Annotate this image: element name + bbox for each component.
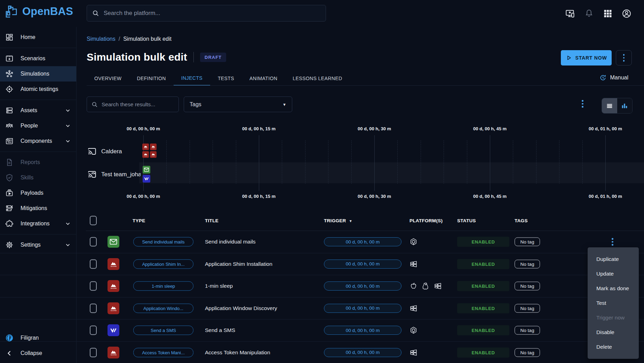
notifications-icon[interactable] — [584, 9, 594, 18]
inject-type-chip[interactable]: Application Shim In... — [133, 259, 193, 269]
timeline-minor-gridline — [582, 140, 583, 184]
menu-item-test[interactable]: Test — [588, 296, 639, 310]
row-checkbox[interactable] — [90, 281, 97, 291]
tag-chip[interactable]: No tag — [515, 282, 540, 291]
breadcrumb-current: Simulation bulk edit — [123, 36, 172, 42]
inject-table: Send individual mails Send individual ma… — [0, 231, 644, 363]
timeline-caldera-markers: CALDERA CALDERA CALDERA CALDERA — [142, 144, 157, 158]
inject-type-chip[interactable]: Access Token Mani... — [133, 348, 193, 357]
table-row[interactable]: Send a SMS Send a SMS 00 d, 00 h, 00 m E… — [0, 319, 644, 342]
inject-type-chip[interactable]: Send individual mails — [133, 237, 193, 247]
menu-item-update[interactable]: Update — [588, 267, 639, 281]
menu-item-disable[interactable]: Disable — [588, 325, 639, 340]
platform-search-input[interactable] — [104, 10, 321, 17]
tag-chip[interactable]: No tag — [515, 326, 540, 335]
chart-view-button[interactable] — [617, 98, 633, 113]
table-row[interactable]: CALDERA Application Shim In... Applicati… — [0, 253, 644, 276]
results-search-input[interactable] — [102, 101, 174, 108]
inject-title: Access Token Manipulation — [205, 349, 270, 356]
caldera-icon[interactable]: CALDERA — [150, 151, 157, 158]
timeline-row-stripe — [139, 162, 644, 183]
tag-chip[interactable]: No tag — [515, 260, 540, 268]
svg-text:CALDERA: CALDERA — [110, 265, 117, 267]
column-trigger[interactable]: TRIGGER ▼ — [324, 218, 352, 223]
tab-injects[interactable]: INJECTS — [174, 71, 210, 86]
sidebar-item-atomic-testings[interactable]: Atomic testings — [0, 82, 76, 97]
sidebar-item-assets[interactable]: Assets — [0, 103, 76, 118]
caldera-icon: CALDERA — [108, 347, 119, 358]
row-checkbox[interactable] — [90, 259, 97, 269]
list-view-button[interactable] — [602, 98, 617, 113]
caldera-icon[interactable]: CALDERA — [142, 151, 149, 158]
tag-chip[interactable]: No tag — [515, 348, 540, 357]
inject-type-chip[interactable]: Application Windo... — [133, 303, 193, 313]
tab-overview[interactable]: OVERVIEW — [87, 71, 129, 86]
start-now-button[interactable]: START NOW — [561, 50, 612, 65]
menu-item-delete[interactable]: Delete — [588, 340, 639, 354]
sidebar-item-people[interactable]: People — [0, 118, 76, 133]
inject-type-chip[interactable]: Send a SMS — [133, 326, 193, 335]
inject-type-chip[interactable]: 1-min sleep — [133, 281, 193, 291]
platforms-cell — [410, 260, 418, 268]
trigger-chip[interactable]: 00 d, 00 h, 00 m — [324, 281, 401, 291]
timeline-minor-gridline — [513, 140, 513, 184]
tag-chip[interactable]: No tag — [515, 304, 540, 312]
windows-icon — [410, 304, 418, 312]
inject-title: 1-min sleep — [205, 283, 233, 289]
tab-lessons-learned[interactable]: LESSONS LEARNED — [285, 71, 350, 86]
caldera-icon[interactable]: CALDERA — [142, 144, 149, 150]
sidebar-item-simulations[interactable]: Simulations — [0, 66, 76, 82]
chevron-down-icon[interactable] — [64, 107, 71, 114]
update-clock-icon — [599, 74, 607, 82]
status-badge: ENABLED — [457, 259, 509, 269]
table-row[interactable]: CALDERA Application Windo... Application… — [0, 298, 644, 320]
row-checkbox[interactable] — [90, 237, 97, 247]
email-icon[interactable] — [143, 166, 150, 173]
sidebar-item-payloads[interactable]: Payloads — [0, 185, 76, 201]
openbas-logo[interactable]: OpenBAS — [4, 4, 73, 19]
table-row[interactable]: Send individual mails Send individual ma… — [0, 231, 644, 253]
column-title[interactable]: TITLE — [205, 218, 218, 223]
row-checkbox[interactable] — [90, 326, 97, 335]
sidebar-item-components[interactable]: Components — [0, 133, 76, 149]
sidebar-item-scenarios[interactable]: Scenarios — [0, 51, 76, 66]
devices-star-icon[interactable] — [565, 9, 575, 18]
tab-definition[interactable]: DEFINITION — [129, 71, 173, 86]
timeline-minor-gridline — [467, 140, 467, 184]
account-icon[interactable] — [622, 9, 631, 18]
tab-animation[interactable]: ANIMATION — [242, 71, 285, 86]
chevron-down-icon[interactable] — [64, 138, 71, 145]
trigger-chip[interactable]: 00 d, 00 h, 00 m — [324, 237, 401, 246]
results-search[interactable] — [87, 96, 179, 112]
sms-icon[interactable] — [143, 175, 150, 183]
trigger-chip[interactable]: 00 d, 00 h, 00 m — [324, 260, 401, 269]
refresh-mode[interactable]: Manual — [599, 74, 628, 82]
column-status[interactable]: STATUS — [457, 218, 476, 223]
chevron-down-icon[interactable] — [64, 122, 71, 129]
row-more-button[interactable] — [612, 238, 613, 246]
apps-grid-icon[interactable] — [603, 9, 613, 18]
menu-item-mark-as-done[interactable]: Mark as done — [588, 281, 639, 296]
tag-chip[interactable]: No tag — [515, 238, 540, 246]
simulation-more-button[interactable] — [616, 50, 632, 65]
tab-tests[interactable]: TESTS — [210, 71, 242, 86]
row-checkbox[interactable] — [90, 303, 97, 313]
select-all-checkbox[interactable] — [90, 216, 97, 225]
trigger-chip[interactable]: 00 d, 00 h, 00 m — [324, 348, 401, 357]
column-type[interactable]: TYPE — [133, 218, 145, 223]
platform-search[interactable] — [87, 5, 326, 22]
sidebar-item-home[interactable]: Home — [0, 30, 76, 45]
table-row[interactable]: CALDERA Access Token Mani... Access Toke… — [0, 342, 644, 363]
tags-filter-select[interactable]: Tags ▼ — [184, 96, 292, 112]
breadcrumb-simulations-link[interactable]: Simulations — [87, 36, 116, 42]
menu-item-duplicate[interactable]: Duplicate — [588, 252, 639, 267]
row-checkbox[interactable] — [90, 348, 97, 357]
column-tags[interactable]: TAGS — [515, 218, 528, 223]
platforms-cell — [410, 282, 442, 290]
table-row[interactable]: CALDERA 1-min sleep 1-min sleep 00 d, 00… — [0, 275, 644, 298]
trigger-chip[interactable]: 00 d, 00 h, 00 m — [324, 304, 401, 313]
column-platforms[interactable]: PLATFORM(S) — [410, 218, 443, 223]
trigger-chip[interactable]: 00 d, 00 h, 00 m — [324, 326, 401, 335]
inject-list-more-button[interactable] — [582, 100, 583, 108]
caldera-icon[interactable]: CALDERA — [150, 144, 157, 150]
